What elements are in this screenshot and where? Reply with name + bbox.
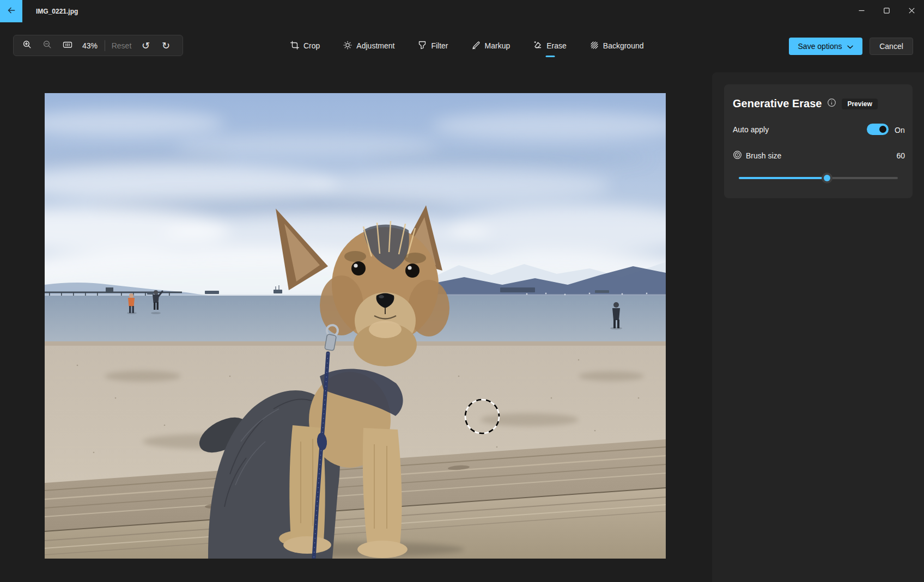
auto-apply-label: Auto apply: [733, 125, 769, 134]
back-arrow-icon: [7, 6, 16, 17]
zoom-out-icon: [42, 40, 52, 51]
close-icon: [909, 6, 915, 16]
minimize-button[interactable]: [849, 0, 874, 22]
zoom-in-icon: [22, 40, 32, 51]
reset-button[interactable]: Reset: [107, 41, 136, 50]
brush-size-icon: [733, 150, 742, 162]
brush-size-slider[interactable]: [739, 173, 898, 183]
toolbar-divider: [105, 40, 105, 51]
filter-icon: [418, 41, 427, 51]
generative-erase-card: Generative Erase Preview Auto apply On B…: [724, 84, 913, 198]
cancel-button[interactable]: Cancel: [870, 38, 913, 55]
crop-icon: [290, 41, 299, 51]
tab-erase[interactable]: Erase: [533, 34, 567, 58]
chevron-down-icon: [847, 42, 853, 51]
save-options-button[interactable]: Save options: [789, 38, 862, 55]
close-button[interactable]: [899, 0, 924, 22]
photo-canvas[interactable]: [45, 93, 666, 559]
preview-badge: Preview: [842, 99, 877, 109]
window-title: IMG_0221.jpg: [36, 0, 78, 22]
maximize-icon: [884, 6, 890, 16]
toggle-knob: [879, 126, 886, 133]
minimize-icon: [859, 6, 865, 16]
zoom-in-button[interactable]: [17, 37, 37, 54]
auto-apply-state: On: [895, 126, 905, 134]
adjustment-icon: [343, 41, 352, 51]
zoom-out-button[interactable]: [37, 37, 57, 54]
brush-slider-fill: [739, 177, 827, 179]
zoom-level: 43%: [77, 41, 102, 50]
redo-button[interactable]: ↻: [156, 37, 176, 54]
brush-size-value: 60: [896, 151, 905, 160]
tab-filter[interactable]: Filter: [418, 34, 448, 58]
active-tab-underline: [545, 56, 555, 57]
undo-icon: ↺: [142, 41, 150, 51]
actual-size-icon: [63, 40, 72, 51]
background-icon: [590, 41, 599, 51]
brush-size-label: Brush size: [746, 151, 781, 160]
markup-icon: [472, 41, 481, 51]
edit-tab-bar: Crop Adjustment Filter Markup Erase Back…: [290, 34, 644, 58]
auto-apply-toggle[interactable]: [867, 124, 889, 135]
panel-title: Generative Erase: [733, 97, 822, 110]
undo-button[interactable]: ↺: [136, 37, 156, 54]
tab-background[interactable]: Background: [590, 34, 644, 58]
maximize-button[interactable]: [874, 0, 899, 22]
photos-app-window: IMG_0221.jpg 43% Reset ↺ ↻: [0, 0, 924, 582]
erase-panel: Generative Erase Preview Auto apply On B…: [712, 72, 924, 582]
actual-size-button[interactable]: [57, 37, 77, 54]
erase-icon: [533, 41, 542, 51]
tab-crop[interactable]: Crop: [290, 34, 320, 58]
back-button[interactable]: [0, 0, 22, 22]
brush-slider-thumb[interactable]: [822, 173, 832, 183]
tab-adjustment[interactable]: Adjustment: [343, 34, 394, 58]
zoom-toolbar: 43% Reset ↺ ↻: [13, 35, 183, 56]
tab-markup[interactable]: Markup: [472, 34, 510, 58]
redo-icon: ↻: [162, 41, 170, 51]
info-icon[interactable]: [827, 98, 836, 109]
